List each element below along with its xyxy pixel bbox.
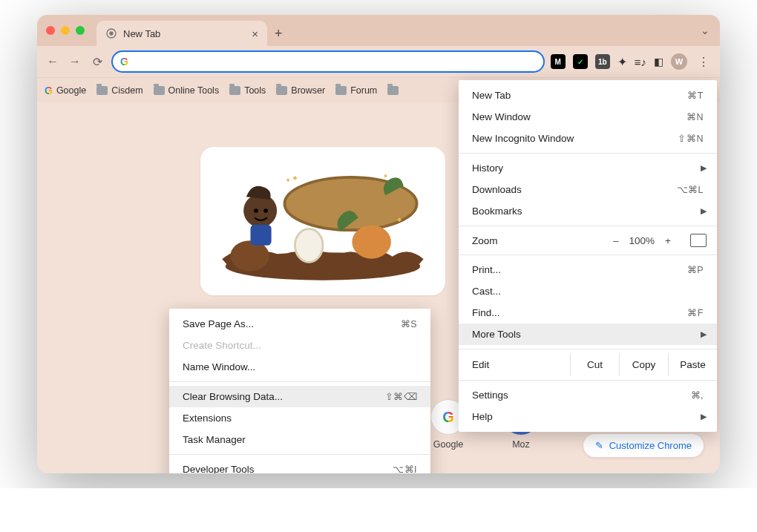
tab-strip: New Tab × + ⌄ <box>37 15 720 46</box>
zoom-in-button[interactable]: + <box>665 235 671 246</box>
menu-separator <box>459 153 717 154</box>
google-doodle[interactable] <box>200 147 445 295</box>
svg-point-13 <box>384 174 387 177</box>
media-control-icon[interactable]: ≡♪ <box>635 56 646 68</box>
tile-label: Google <box>433 439 463 450</box>
reload-button[interactable]: ⟳ <box>89 55 105 69</box>
zoom-window-button[interactable] <box>76 26 85 35</box>
menu-item-history[interactable]: History▶ <box>459 157 717 179</box>
edit-paste-button[interactable]: Paste <box>668 353 717 376</box>
bookmark-folder-browser[interactable]: Browser <box>276 85 325 96</box>
search-engine-icon: G <box>120 56 128 68</box>
bookmark-folder-cisdem[interactable]: Cisdem <box>96 85 142 96</box>
customize-chrome-button[interactable]: ✎ Customize Chrome <box>583 434 704 457</box>
google-icon: G <box>442 409 454 426</box>
extension-check-icon[interactable]: ✓ <box>573 54 588 69</box>
svg-rect-7 <box>251 225 272 246</box>
zoom-out-button[interactable]: – <box>613 235 619 246</box>
menu-item-edit-row: Edit Cut Copy Paste <box>459 353 717 376</box>
extension-1b-icon[interactable]: 1b <box>595 54 610 69</box>
chevron-right-icon: ▶ <box>701 206 707 216</box>
tabs-overflow-button[interactable]: ⌄ <box>701 24 710 36</box>
edit-copy-button[interactable]: Copy <box>619 353 668 376</box>
menu-item-settings[interactable]: Settings⌘, <box>459 384 717 406</box>
overflow-menu: New Tab⌘T New Window⌘N New Incognito Win… <box>459 80 717 432</box>
shortcut-label: ⌘, <box>691 390 704 401</box>
shortcut-label: ⌘F <box>687 307 704 318</box>
menu-separator <box>459 349 717 349</box>
menu-label: Downloads <box>472 184 522 195</box>
bookmark-folder-forum[interactable]: Forum <box>335 85 377 96</box>
tab-favicon-icon <box>105 27 117 39</box>
submenu-item-extensions[interactable]: Extensions <box>169 407 430 429</box>
svg-point-4 <box>243 194 277 227</box>
menu-label: More Tools <box>472 329 521 340</box>
menu-label: Extensions <box>183 413 232 424</box>
submenu-item-clear-browsing-data[interactable]: Clear Browsing Data...⇧⌘⌫ <box>169 386 430 407</box>
svg-point-1 <box>109 31 113 35</box>
menu-label: Settings <box>472 390 508 401</box>
extensions-puzzle-icon[interactable]: ✦ <box>617 55 627 69</box>
menu-label: Bookmarks <box>472 206 522 217</box>
bookmark-folder-tools[interactable]: Tools <box>229 85 266 96</box>
chevron-right-icon: ▶ <box>701 412 707 421</box>
menu-item-bookmarks[interactable]: Bookmarks▶ <box>459 200 717 222</box>
back-button[interactable]: ← <box>45 55 61 68</box>
menu-separator <box>169 381 430 382</box>
menu-item-new-window[interactable]: New Window⌘N <box>459 106 717 128</box>
submenu-item-developer-tools[interactable]: Developer Tools⌥⌘I <box>169 459 430 473</box>
forward-button[interactable]: → <box>67 55 83 68</box>
tab-close-button[interactable]: × <box>252 28 258 39</box>
address-bar[interactable]: G <box>111 50 545 73</box>
bookmark-folder-online-tools[interactable]: Online Tools <box>154 85 220 96</box>
new-tab-button[interactable]: + <box>275 26 283 42</box>
menu-label: New Tab <box>472 90 511 101</box>
menu-item-downloads[interactable]: Downloads⌥⌘L <box>459 179 717 200</box>
submenu-item-save-page[interactable]: Save Page As...⌘S <box>169 313 430 335</box>
menu-label: Name Window... <box>183 361 255 372</box>
bookmark-google[interactable]: G Google <box>45 85 86 96</box>
edit-cut-button[interactable]: Cut <box>570 353 619 376</box>
menu-item-print[interactable]: Print...⌘P <box>459 259 717 280</box>
menu-item-cast[interactable]: Cast... <box>459 280 717 302</box>
minimize-window-button[interactable] <box>61 26 70 35</box>
folder-icon <box>335 86 347 95</box>
browser-tab[interactable]: New Tab × <box>96 21 267 46</box>
folder-icon <box>229 86 240 95</box>
shortcut-label: ⌥⌘I <box>393 464 417 473</box>
extension-row: M ✓ 1b ✦ ≡♪ ◧ W ⋮ <box>551 53 712 70</box>
svg-point-6 <box>263 208 268 213</box>
bookmark-label: Google <box>56 85 86 96</box>
overflow-menu-button[interactable]: ⋮ <box>695 55 712 69</box>
shortcut-label: ⇧⌘⌫ <box>385 391 418 402</box>
bookmark-label: Cisdem <box>111 85 142 96</box>
side-panel-icon[interactable]: ◧ <box>654 56 663 68</box>
menu-label: Edit <box>459 353 570 376</box>
fullscreen-icon[interactable] <box>690 234 707 247</box>
menu-item-find[interactable]: Find...⌘F <box>459 302 717 324</box>
menu-item-new-tab[interactable]: New Tab⌘T <box>459 85 717 106</box>
submenu-item-task-manager[interactable]: Task Manager <box>169 429 430 450</box>
shortcut-label: ⌘S <box>401 318 417 329</box>
submenu-item-create-shortcut: Create Shortcut... <box>169 335 430 356</box>
close-window-button[interactable] <box>46 26 55 35</box>
menu-item-more-tools[interactable]: More Tools▶ <box>459 324 717 345</box>
window-controls <box>46 26 85 35</box>
menu-item-incognito[interactable]: New Incognito Window⇧⌘N <box>459 128 717 149</box>
doodle-illustration-icon <box>212 154 434 288</box>
menu-label: Cast... <box>472 286 501 297</box>
bookmark-label: Browser <box>291 85 325 96</box>
tab-title: New Tab <box>123 28 160 39</box>
extension-m-icon[interactable]: M <box>551 54 566 69</box>
profile-avatar[interactable]: W <box>671 53 687 70</box>
shortcut-label: ⇧⌘N <box>678 133 704 144</box>
svg-point-11 <box>352 226 391 259</box>
bookmark-folder-truncated[interactable] <box>387 86 399 95</box>
pencil-icon: ✎ <box>595 440 603 451</box>
customize-label: Customize Chrome <box>609 440 692 451</box>
menu-item-help[interactable]: Help▶ <box>459 406 717 427</box>
chevron-right-icon: ▶ <box>701 163 707 173</box>
toolbar: ← → ⟳ G M ✓ 1b ✦ ≡♪ ◧ W ⋮ <box>37 46 720 77</box>
submenu-item-name-window[interactable]: Name Window... <box>169 356 430 378</box>
avatar-initial: W <box>675 57 683 66</box>
